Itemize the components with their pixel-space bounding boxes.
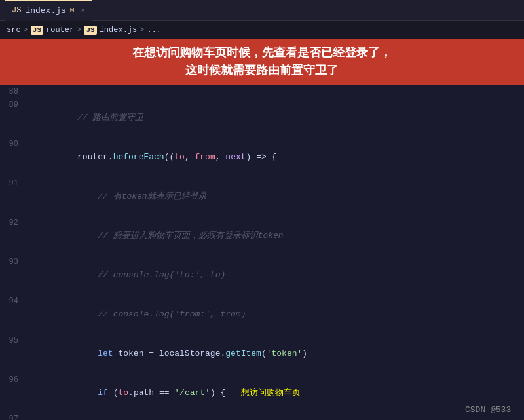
code-line-89: 89 // 路由前置守卫 — [0, 98, 524, 138]
code-line-92: 92 // 想要进入购物车页面，必须有登录标识token — [0, 216, 524, 256]
editor-tab[interactable]: JS index.js M × — [5, 0, 92, 21]
breadcrumb-router: router — [46, 26, 74, 35]
code-area: 88 89 // 路由前置守卫 90 router.beforeEach((to… — [0, 85, 524, 420]
code-line-95: 95 let token = localStorage.getItem('tok… — [0, 334, 524, 373]
code-line-96: 96 if (to.path == '/cart') { 想访问购物车页 — [0, 373, 524, 413]
line-code: let token = localStorage.getItem('token'… — [26, 334, 524, 373]
breadcrumb-sep1: > — [24, 26, 28, 35]
line-number: 89 — [0, 98, 26, 111]
annotation-line1: 在想访问购物车页时候，先查看是否已经登录了， — [13, 45, 511, 62]
code-line-91: 91 // 有token就表示已经登录 — [0, 177, 524, 216]
line-number: 88 — [0, 85, 26, 98]
breadcrumb-src: src — [7, 26, 21, 35]
breadcrumb-sep2: > — [77, 26, 81, 35]
line-code: // 此时必须要有token — [26, 413, 524, 420]
line-code: // 有token就表示已经登录 — [26, 177, 524, 216]
code-line-97: 97 // 此时必须要有token — [0, 413, 524, 420]
line-number: 94 — [0, 295, 26, 308]
breadcrumb-file: index.js — [100, 26, 138, 35]
line-number: 97 — [0, 413, 26, 420]
js-file-icon: JS — [12, 6, 21, 15]
breadcrumb-file-icon: JS — [84, 26, 96, 35]
line-code: // console.log('to:', to) — [26, 256, 524, 295]
line-number: 95 — [0, 334, 26, 347]
line-code: // console.log('from:', from) — [26, 295, 524, 334]
line-code: // 路由前置守卫 — [26, 98, 524, 138]
tab-filename: index.js — [25, 6, 66, 16]
line-number: 93 — [0, 256, 26, 269]
breadcrumb-router-icon: JS — [31, 26, 43, 35]
line-number: 96 — [0, 373, 26, 387]
annotation-line2: 这时候就需要路由前置守卫了 — [13, 62, 511, 80]
line-number: 91 — [0, 177, 26, 190]
line-number: 92 — [0, 216, 26, 229]
code-line-94: 94 // console.log('from:', from) — [0, 295, 524, 334]
code-line-90: 90 router.beforeEach((to, from, next) =>… — [0, 138, 524, 177]
tab-modified: M — [70, 7, 75, 14]
title-bar: JS index.js M × — [0, 0, 524, 21]
breadcrumb-sep3: > — [140, 26, 144, 35]
watermark: CSDN @533_ — [465, 405, 516, 415]
code-line-93: 93 // console.log('to:', to) — [0, 256, 524, 295]
breadcrumb-ellipsis: ... — [147, 26, 161, 35]
line-code: router.beforeEach((to, from, next) => { — [26, 138, 524, 177]
line-code: // 想要进入购物车页面，必须有登录标识token — [26, 216, 524, 256]
annotation-box: 在想访问购物车页时候，先查看是否已经登录了， 这时候就需要路由前置守卫了 — [0, 39, 524, 85]
line-code: if (to.path == '/cart') { 想访问购物车页 — [26, 373, 524, 413]
breadcrumb: src > JS router > JS index.js > ... — [0, 21, 524, 39]
close-tab-icon[interactable]: × — [81, 7, 85, 14]
line-number: 90 — [0, 138, 26, 151]
code-line-88: 88 — [0, 85, 524, 98]
